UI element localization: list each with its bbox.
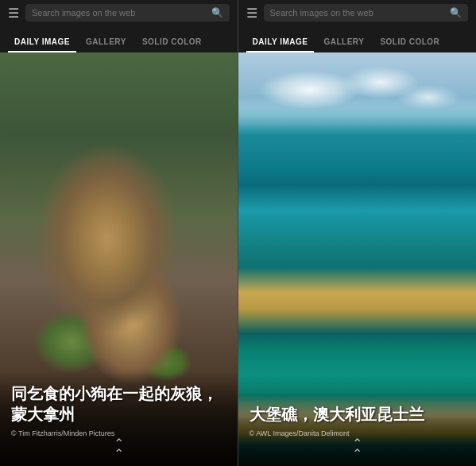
right-search-bar[interactable]: 🔍 (264, 4, 469, 21)
left-search-bar[interactable]: 🔍 (25, 4, 230, 21)
right-image-area: 大堡礁，澳大利亚昆士兰 © AWL Images/Danita Delimont… (238, 52, 477, 466)
left-tab-daily-image[interactable]: DAILY IMAGE (8, 33, 76, 52)
left-panel: ☰ 🔍 DAILY IMAGE GALLERY SOLID COLOR 同乞食的… (0, 0, 238, 466)
right-caption-title: 大堡礁，澳大利亚昆士兰 (250, 404, 466, 425)
left-search-input[interactable] (32, 8, 207, 17)
right-tab-daily-image[interactable]: DAILY IMAGE (246, 33, 315, 52)
right-chevron-up-icon2: ⌃ (352, 449, 362, 460)
left-hamburger-icon[interactable]: ☰ (8, 6, 19, 21)
right-panel: ☰ 🔍 DAILY IMAGE GALLERY SOLID COLOR 大堡礁，… (238, 0, 477, 466)
left-tabs: DAILY IMAGE GALLERY SOLID COLOR (0, 25, 238, 52)
left-image-area: 同乞食的小狗在一起的灰狼，蒙大拿州 © Tim Fitzharris/Minde… (0, 52, 238, 466)
left-caption-title: 同乞食的小狗在一起的灰狼，蒙大拿州 (11, 383, 226, 425)
right-search-icon: 🔍 (450, 7, 462, 18)
right-search-input[interactable] (270, 8, 446, 17)
right-tab-gallery[interactable]: GALLERY (317, 33, 370, 52)
left-search-icon: 🔍 (211, 7, 223, 18)
left-tab-solid-color[interactable]: SOLID COLOR (136, 33, 208, 52)
right-chevron-up[interactable]: ⌃ ⌃ (352, 439, 362, 460)
reef-clouds (238, 52, 477, 127)
left-chevron-up[interactable]: ⌃ ⌃ (114, 439, 124, 460)
right-tabs: DAILY IMAGE GALLERY SOLID COLOR (238, 25, 477, 52)
left-tab-gallery[interactable]: GALLERY (79, 33, 133, 52)
left-chevron-up-icon2: ⌃ (114, 449, 124, 460)
right-hamburger-icon[interactable]: ☰ (246, 6, 257, 21)
right-tab-solid-color[interactable]: SOLID COLOR (373, 33, 446, 52)
left-header: ☰ 🔍 (0, 0, 238, 25)
right-header: ☰ 🔍 (238, 0, 477, 25)
